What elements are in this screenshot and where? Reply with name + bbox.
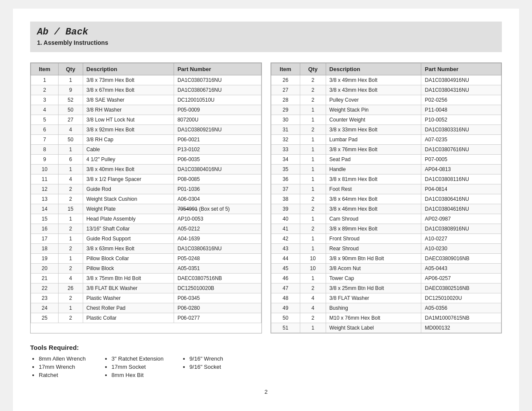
- table-cell: 1: [59, 234, 83, 244]
- table-row: 132Weight Stack CushionA06-0304: [31, 194, 261, 204]
- table-cell: Pillow Block: [83, 264, 174, 274]
- table-cell: 1: [300, 174, 326, 184]
- table-cell: 3/8 Acorn Nut: [326, 264, 421, 274]
- table-cell: P11-0048: [421, 105, 501, 115]
- table-cell: 43: [271, 244, 300, 254]
- table-cell: 3/8 x 1/2 Flange Spacer: [83, 174, 174, 184]
- table-cell: 10: [300, 254, 326, 264]
- table-row: 232Plastic WasherP06-0345: [31, 293, 261, 303]
- table-cell: 2: [59, 184, 83, 194]
- table-cell: 7954991 (Box set of 5): [174, 204, 261, 214]
- table-row: 3313/8 x 76mm Hex BoltDA1C03807616NU: [271, 145, 501, 155]
- table-cell: Cam Shroud: [326, 214, 421, 224]
- tools-item: 17mm Wrench: [39, 364, 86, 370]
- table-cell: 2: [59, 264, 83, 274]
- table-cell: 2: [59, 293, 83, 303]
- table-cell: DA1C03804916NU: [421, 75, 501, 85]
- table-cell: 46: [271, 274, 300, 283]
- table-cell: P02-0256: [421, 95, 501, 105]
- table-row: 643/8 x 92mm Hex BoltDA1C03809216NU: [31, 125, 261, 135]
- table-cell: 8: [31, 145, 59, 155]
- table-cell: 27: [59, 115, 83, 125]
- table-cell: 3/8 x 76mm Hex Bolt: [326, 145, 421, 155]
- table-row: 1013/8 x 40mm Hex BoltDA1C03804016NU: [31, 165, 261, 174]
- table-cell: 1: [300, 214, 326, 224]
- table-cell: 3/8 x 89mm Hex Bolt: [326, 224, 421, 234]
- table-cell: 1: [31, 75, 59, 85]
- table-row: 1823/8 x 63mm Hex BoltDA1C03806316NU: [31, 244, 261, 254]
- table-cell: 17: [31, 234, 59, 244]
- table-row: 291Weight Stack PinP11-0048: [271, 105, 501, 115]
- table-cell: 1: [59, 303, 83, 313]
- right-col-desc: Description: [326, 63, 421, 75]
- table-cell: DA1C03806716NU: [174, 85, 261, 95]
- table-cell: Pulley Cover: [326, 95, 421, 105]
- table-cell: 19: [31, 254, 59, 264]
- table-cell: 30: [271, 115, 300, 125]
- table-cell: DC125010020B: [174, 283, 261, 293]
- tools-column-2: 3" Ratchet Extension17mm Socket8mm Hex B…: [103, 355, 164, 380]
- table-cell: Weight Plate: [83, 204, 174, 214]
- table-cell: Plastic Collar: [83, 313, 174, 323]
- table-cell: 49: [271, 303, 300, 313]
- table-cell: 4 1/2" Pulley: [83, 155, 174, 165]
- table-row: 81CableP13-0102: [31, 145, 261, 155]
- table-row: 494BushingA05-0356: [271, 303, 501, 313]
- table-cell: 1: [59, 145, 83, 155]
- table-cell: Head Plate Assembly: [83, 214, 174, 224]
- table-cell: A05-0351: [174, 264, 261, 274]
- table-cell: 45: [271, 264, 300, 274]
- table-row: 461Tower CapAP06-0257: [271, 274, 501, 283]
- table-cell: 2: [300, 125, 326, 135]
- table-cell: Plastic Washer: [83, 293, 174, 303]
- table-cell: 14: [31, 204, 59, 214]
- table-row: 3923/8 x 46mm Hex BoltDA1C03804616NU: [271, 204, 501, 214]
- table-cell: P06-0277: [174, 313, 261, 323]
- table-row: 421Front ShroudA10-0227: [271, 234, 501, 244]
- part-suffix: (Box set of 5): [198, 206, 230, 212]
- table-cell: Weight Stack Pin: [326, 105, 421, 115]
- table-cell: 2: [300, 85, 326, 95]
- table-row: 1143/8 x 1/2 Flange SpacerP08-0085: [31, 174, 261, 184]
- table-cell: 27: [271, 85, 300, 95]
- table-cell: 50: [59, 105, 83, 115]
- table-cell: Rear Shroud: [326, 244, 421, 254]
- table-cell: A05-0443: [421, 264, 501, 274]
- tools-item: 9/16" Socket: [190, 364, 223, 370]
- table-cell: 15: [31, 214, 59, 224]
- table-row: 3123/8 x 33mm Hex BoltDA1C03803316NU: [271, 125, 501, 135]
- table-cell: 41: [271, 224, 300, 234]
- table-row: 3613/8 x 81mm Hex BoltDA1C03808116NU: [271, 174, 501, 184]
- table-row: 44103/8 x 90mm Btn Hd BoltDAEC03809016NB: [271, 254, 501, 264]
- table-cell: 29: [271, 105, 300, 115]
- table-row: 502M10 x 76mm Hex BoltDA1M10007615NB: [271, 313, 501, 323]
- left-col-item: Item: [31, 63, 59, 75]
- table-cell: 3/8 FLAT BLK Washer: [83, 283, 174, 293]
- table-cell: Cable: [83, 145, 174, 155]
- table-cell: 1: [300, 165, 326, 174]
- table-cell: P06-0345: [174, 293, 261, 303]
- table-cell: 2: [300, 283, 326, 293]
- table-cell: Pillow Block Collar: [83, 254, 174, 264]
- table-cell: 1: [59, 75, 83, 85]
- table-cell: 39: [271, 204, 300, 214]
- table-cell: 1: [300, 105, 326, 115]
- table-cell: 4: [300, 303, 326, 313]
- table-cell: DA1M10007615NB: [421, 313, 501, 323]
- table-cell: 37: [271, 184, 300, 194]
- table-cell: 7: [31, 135, 59, 145]
- table-cell: 28: [271, 95, 300, 105]
- table-cell: Seat Pad: [326, 155, 421, 165]
- table-row: 4723/8 x 25mm Btn Hd BoltDAEC03802516NB: [271, 283, 501, 293]
- tools-item: 8mm Allen Wrench: [39, 355, 86, 362]
- table-cell: 26: [271, 75, 300, 85]
- table-cell: A07-0235: [421, 135, 501, 145]
- table-cell: Bushing: [326, 303, 421, 313]
- table-cell: 4: [59, 174, 83, 184]
- table-cell: DAEC03807516NB: [174, 274, 261, 283]
- table-cell: M10 x 76mm Hex Bolt: [326, 313, 421, 323]
- table-row: 241Chest Roller PadP06-0280: [31, 303, 261, 313]
- table-cell: 6: [59, 155, 83, 165]
- page-title: Ab / Back: [37, 27, 495, 37]
- table-cell: DA1C03804316NU: [421, 85, 501, 95]
